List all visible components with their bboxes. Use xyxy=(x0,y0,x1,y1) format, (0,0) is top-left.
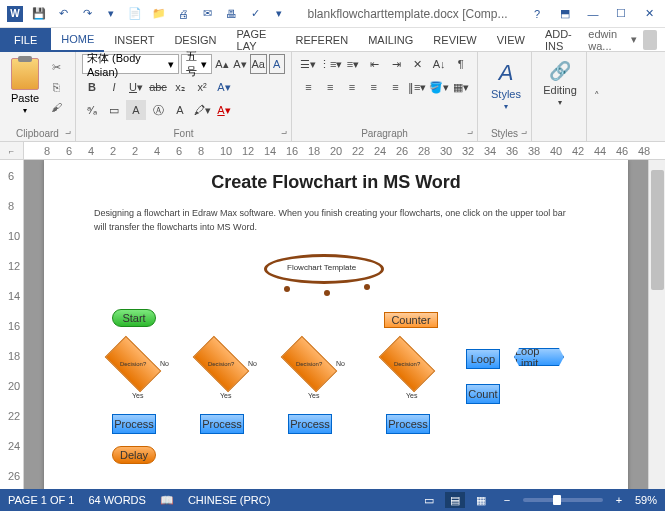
bold-icon[interactable]: B xyxy=(82,77,102,97)
redo-icon[interactable]: ↷ xyxy=(76,3,98,25)
grow-font-icon[interactable]: A▴ xyxy=(214,54,230,74)
tab-design[interactable]: DESIGN xyxy=(164,28,226,52)
zoom-level[interactable]: 59% xyxy=(635,494,657,506)
flowchart-graphic: Flowchart Template Start Decision? Decis… xyxy=(84,254,588,454)
help-icon[interactable]: ? xyxy=(525,4,549,24)
scroll-thumb[interactable] xyxy=(651,170,664,290)
align-left-icon[interactable]: ≡ xyxy=(298,77,319,97)
tab-mailings[interactable]: MAILING xyxy=(358,28,423,52)
border-icon[interactable]: ▭ xyxy=(104,100,124,120)
window-title: blankflowcharttemplate.docx [Comp... xyxy=(290,7,525,21)
maximize-icon[interactable]: ☐ xyxy=(609,4,633,24)
zoom-slider[interactable] xyxy=(523,498,603,502)
zoom-out-icon[interactable]: − xyxy=(497,492,517,508)
tab-file[interactable]: FILE xyxy=(0,28,51,52)
open-icon[interactable]: 📁 xyxy=(148,3,170,25)
tab-review[interactable]: REVIEW xyxy=(423,28,486,52)
change-case-icon[interactable]: Aa xyxy=(250,54,266,74)
ruler-vertical[interactable]: 68101214161820222426 xyxy=(0,160,24,489)
quick-print-icon[interactable]: 🖶 xyxy=(220,3,242,25)
decrease-indent-icon[interactable]: ⇤ xyxy=(364,54,385,74)
word-app-icon[interactable]: W xyxy=(4,3,26,25)
shape-process-2: Process xyxy=(200,414,244,434)
editing-button[interactable]: 🔗 Editing ▾ xyxy=(538,54,582,107)
numbering-icon[interactable]: ⋮≡▾ xyxy=(320,54,342,74)
subscript-icon[interactable]: x₂ xyxy=(170,77,190,97)
tab-addins[interactable]: ADD-INS xyxy=(535,28,588,52)
status-language[interactable]: CHINESE (PRC) xyxy=(188,494,271,506)
superscript-icon[interactable]: x² xyxy=(192,77,212,97)
zoom-in-icon[interactable]: + xyxy=(609,492,629,508)
shape-counter: Counter xyxy=(384,312,438,328)
borders-icon[interactable]: ▦▾ xyxy=(450,77,471,97)
align-right-icon[interactable]: ≡ xyxy=(342,77,363,97)
strikethrough-icon[interactable]: abc xyxy=(148,77,168,97)
justify-icon[interactable]: ≡ xyxy=(363,77,384,97)
document-page[interactable]: Create Flowchart in MS Word Designing a … xyxy=(44,160,628,489)
italic-icon[interactable]: I xyxy=(104,77,124,97)
read-mode-icon[interactable]: ▭ xyxy=(419,492,439,508)
document-title: Create Flowchart in MS Word xyxy=(84,172,588,193)
undo-icon[interactable]: ↶ xyxy=(52,3,74,25)
shape-delay: Delay xyxy=(112,446,156,464)
status-proofing-icon[interactable]: 📖 xyxy=(160,494,174,507)
shading-icon[interactable]: 🪣▾ xyxy=(429,77,450,97)
zoom-thumb[interactable] xyxy=(553,495,561,505)
font-name-select[interactable]: 宋体 (Body Asian)▾ xyxy=(82,54,179,74)
collapse-ribbon-icon[interactable]: ˄ xyxy=(586,52,606,141)
new-icon[interactable]: 📄 xyxy=(124,3,146,25)
distributed-icon[interactable]: ≡ xyxy=(385,77,406,97)
styles-button[interactable]: A Styles ▾ xyxy=(484,54,528,111)
bullets-icon[interactable]: ☰▾ xyxy=(298,54,319,74)
clear-format-icon[interactable]: A xyxy=(269,54,285,74)
increase-indent-icon[interactable]: ⇥ xyxy=(386,54,407,74)
qat-more-icon[interactable]: ▾ xyxy=(268,3,290,25)
web-layout-icon[interactable]: ▦ xyxy=(471,492,491,508)
qat-customize-icon[interactable]: ▾ xyxy=(100,3,122,25)
font-size-select[interactable]: 五号▾ xyxy=(181,54,212,74)
underline-icon[interactable]: U▾ xyxy=(126,77,146,97)
align-center-icon[interactable]: ≡ xyxy=(320,77,341,97)
vertical-scrollbar[interactable] xyxy=(648,160,665,489)
email-icon[interactable]: ✉ xyxy=(196,3,218,25)
status-words[interactable]: 64 WORDS xyxy=(88,494,145,506)
font-color-icon[interactable]: A▾ xyxy=(214,100,234,120)
ruler-horizontal[interactable]: 8642246810121416182022242628303234363840… xyxy=(24,142,665,159)
minimize-icon[interactable]: — xyxy=(581,4,605,24)
line-spacing-icon[interactable]: ‖≡▾ xyxy=(407,77,428,97)
tab-page-layout[interactable]: PAGE LAY xyxy=(227,28,286,52)
print-preview-icon[interactable]: 🖨 xyxy=(172,3,194,25)
format-painter-icon[interactable]: 🖌 xyxy=(46,98,66,116)
bigger-a-icon[interactable]: A xyxy=(170,100,190,120)
shape-start: Start xyxy=(112,309,156,327)
close-icon[interactable]: ✕ xyxy=(637,4,661,24)
tab-references[interactable]: REFEREN xyxy=(286,28,359,52)
page-viewport[interactable]: Create Flowchart in MS Word Designing a … xyxy=(24,160,648,489)
paste-button[interactable]: Paste ▾ xyxy=(6,54,44,116)
ribbon-options-icon[interactable]: ⬒ xyxy=(553,4,577,24)
status-page[interactable]: PAGE 1 OF 1 xyxy=(8,494,74,506)
save-icon[interactable]: 💾 xyxy=(28,3,50,25)
shrink-font-icon[interactable]: A▾ xyxy=(232,54,248,74)
group-paragraph-label: Paragraph xyxy=(292,128,477,139)
enclose-icon[interactable]: Ⓐ xyxy=(148,100,168,120)
cut-icon[interactable]: ✂ xyxy=(46,58,66,76)
sort-icon[interactable]: A↓ xyxy=(429,54,450,74)
multilevel-icon[interactable]: ≡▾ xyxy=(343,54,364,74)
text-direction-icon[interactable]: ✕ xyxy=(407,54,428,74)
ribbon-tabs: FILE HOME INSERT DESIGN PAGE LAY REFEREN… xyxy=(0,28,665,52)
show-marks-icon[interactable]: ¶ xyxy=(450,54,471,74)
user-account[interactable]: edwin wa... ▾ xyxy=(588,28,665,52)
copy-icon[interactable]: ⎘ xyxy=(46,78,66,96)
print-layout-icon[interactable]: ▤ xyxy=(445,492,465,508)
char-shading-icon[interactable]: A xyxy=(126,100,146,120)
spellcheck-icon[interactable]: ✓ xyxy=(244,3,266,25)
group-styles-label: Styles xyxy=(478,128,531,139)
tab-home[interactable]: HOME xyxy=(51,28,104,52)
highlight-icon[interactable]: 🖍▾ xyxy=(192,100,212,120)
group-clipboard: Paste ▾ ✂ ⎘ 🖌 Clipboard xyxy=(0,52,76,141)
tab-view[interactable]: VIEW xyxy=(487,28,535,52)
tab-insert[interactable]: INSERT xyxy=(104,28,164,52)
text-effects-icon[interactable]: A▾ xyxy=(214,77,234,97)
phonetic-icon[interactable]: ᵃ⁄ₐ xyxy=(82,100,102,120)
